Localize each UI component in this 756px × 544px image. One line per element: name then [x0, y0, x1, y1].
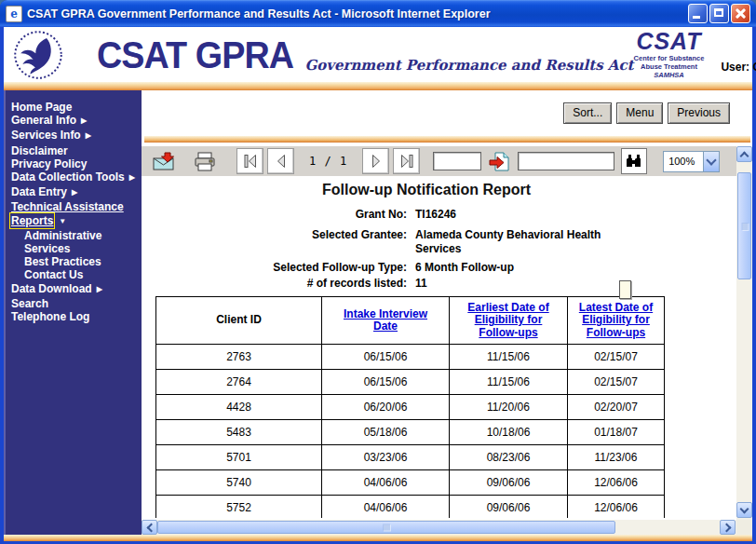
sidebar-item[interactable]: Data Entry	[4, 185, 142, 200]
minimize-button[interactable]	[688, 4, 708, 23]
first-page-button[interactable]	[236, 148, 263, 174]
vertical-scrollbar[interactable]	[736, 146, 752, 520]
cell-earliest-date: 11/15/06	[450, 370, 568, 394]
sidebar-item[interactable]: General Info	[4, 114, 142, 129]
cell-earliest-date: 11/15/06	[450, 345, 568, 369]
report-field: Grant No:TI16246	[142, 208, 736, 222]
cell-latest-date: 12/06/06	[568, 470, 664, 495]
table-row: 5483 05/18/06 10/18/06 01/18/07	[156, 419, 664, 444]
cell-earliest-date: 09/06/06	[450, 470, 568, 495]
sidebar-item[interactable]: Data Collection Tools	[4, 170, 142, 185]
table-column-header[interactable]: Latest Date of Eligibility for Follow-up…	[568, 297, 664, 344]
scroll-up-button[interactable]	[736, 146, 752, 162]
print-button[interactable]	[192, 150, 218, 173]
brand-title: CSAT GPRA	[97, 32, 293, 78]
cell-intake-date: 06/15/06	[322, 370, 450, 394]
vertical-scroll-thumb[interactable]	[737, 172, 751, 279]
next-page-icon	[369, 154, 384, 169]
zoom-level-value: 100%	[664, 156, 703, 167]
previous-button[interactable]: Previous	[668, 102, 730, 124]
report-page: Follow-up Notification Report Grant No:T…	[142, 176, 736, 518]
cell-client-id: 5740	[156, 470, 322, 495]
sidebar-item[interactable]: Search	[4, 297, 142, 310]
goto-page-button[interactable]	[487, 150, 512, 173]
table-row: 2763 06/15/06 11/15/06 02/15/07	[156, 344, 664, 369]
cell-client-id: 2763	[156, 345, 322, 369]
followup-table: Client ID Intake Interview Date Earliest…	[155, 296, 665, 518]
search-text-input[interactable]	[518, 152, 614, 170]
cell-latest-date: 02/15/07	[568, 370, 664, 394]
table-row: 5740 04/06/06 09/06/06 12/06/06	[156, 469, 664, 495]
csat-samhsa-logo: CSAT Center for Substance Abuse Treatmen…	[634, 30, 705, 79]
sidebar-item[interactable]: Disclaimer	[4, 144, 142, 157]
close-button[interactable]	[731, 4, 750, 23]
cell-intake-date: 05/18/06	[322, 420, 450, 444]
sidebar-item[interactable]: Telephone Log	[4, 310, 142, 323]
report-field-value: Alameda County Behavioral Health Service…	[415, 228, 639, 256]
table-column-header[interactable]: Intake Interview Date	[322, 297, 450, 344]
ie-page-icon: e	[6, 6, 22, 22]
cell-intake-date: 03/23/06	[322, 445, 450, 469]
report-field: Selected Grantee:Alameda County Behavior…	[142, 228, 736, 256]
previous-page-button[interactable]	[267, 148, 294, 174]
sidebar-item[interactable]: Reports	[4, 214, 142, 229]
report-viewer-toolbar: 1 / 1	[142, 146, 736, 177]
first-page-icon	[243, 154, 258, 169]
scroll-right-button[interactable]	[720, 520, 736, 535]
goto-page-icon	[489, 152, 510, 171]
scroll-left-button[interactable]	[142, 520, 157, 535]
table-column-header[interactable]: Earliest Date of Eligibility for Follow-…	[450, 297, 568, 344]
user-label: User: Christopher Shumway	[721, 61, 756, 74]
last-page-icon	[399, 154, 414, 169]
zoom-dropdown-button[interactable]	[703, 152, 719, 171]
sidebar-item[interactable]: Technical Assistance	[4, 200, 142, 213]
sidebar-item[interactable]: Privacy Policy	[4, 157, 142, 170]
title-bar[interactable]: e CSAT GPRA Government Performance and R…	[0, 0, 756, 27]
horizontal-scrollbar[interactable]	[142, 520, 736, 535]
goto-page-input[interactable]	[433, 152, 481, 170]
app-header: CSAT GPRA Government Performance and Res…	[4, 27, 752, 82]
next-page-button[interactable]	[362, 148, 389, 174]
chevron-up-icon	[740, 151, 749, 160]
brand-subtitle: Government Performance and Results Act	[304, 57, 633, 74]
export-button[interactable]	[151, 150, 177, 173]
report-title: Follow-up Notification Report	[142, 182, 711, 198]
chevron-left-icon	[146, 523, 155, 532]
sidebar-item[interactable]: Best Practices	[4, 255, 142, 268]
report-field: Selected Follow-up Type:6 Month Follow-u…	[142, 261, 736, 275]
orange-divider-bottom	[4, 535, 752, 541]
zoom-level-select[interactable]: 100%	[663, 151, 720, 172]
logout-link[interactable]: Logout	[721, 36, 756, 49]
chevron-down-icon	[740, 504, 749, 513]
sort-button[interactable]: Sort...	[563, 102, 612, 124]
scroll-down-button[interactable]	[736, 502, 752, 518]
sidebar-item[interactable]: Data Download	[4, 282, 142, 297]
cell-latest-date: 12/06/06	[568, 496, 664, 518]
binoculars-icon	[626, 154, 642, 169]
chevron-right-icon	[722, 523, 731, 532]
cell-client-id: 4428	[156, 395, 322, 419]
maximize-button[interactable]	[709, 4, 729, 23]
scrollbar-corner	[736, 520, 752, 535]
sidebar-item[interactable]: Administrative	[4, 229, 142, 242]
cell-intake-date: 04/06/06	[322, 496, 450, 518]
cell-intake-date: 06/15/06	[322, 345, 450, 369]
window-title: CSAT GPRA Government Performance and Res…	[27, 7, 682, 20]
horizontal-scroll-thumb[interactable]	[157, 521, 615, 534]
sidebar-list: Home Page General Info Services Info Dis…	[4, 90, 142, 323]
report-fields: Grant No:TI16246 Selected Grantee:Alamed…	[142, 208, 736, 291]
last-page-button[interactable]	[393, 148, 420, 174]
sidebar-item[interactable]: Contact Us	[4, 268, 142, 281]
cell-earliest-date: 11/20/06	[450, 395, 568, 419]
cell-intake-date: 04/06/06	[322, 470, 450, 495]
sidebar-item[interactable]: Home Page	[4, 101, 142, 114]
report-field-value: TI16246	[415, 208, 639, 222]
sidebar-item[interactable]: Services	[4, 242, 142, 255]
cell-latest-date: 11/23/06	[568, 445, 664, 469]
cell-latest-date: 01/18/07	[568, 420, 664, 444]
find-button[interactable]	[621, 148, 647, 174]
cell-client-id: 5701	[156, 445, 322, 469]
menu-button[interactable]: Menu	[616, 102, 663, 124]
sidebar-item[interactable]: Services Info	[4, 129, 142, 143]
window-controls	[688, 4, 750, 23]
